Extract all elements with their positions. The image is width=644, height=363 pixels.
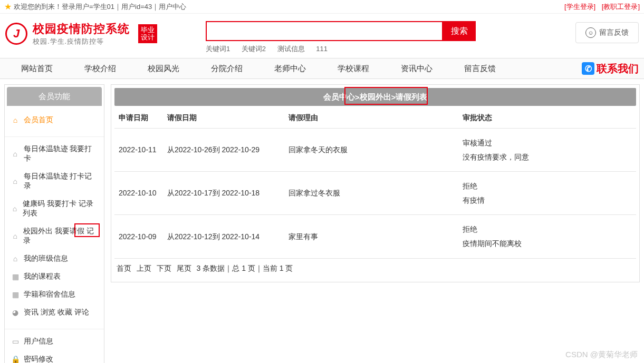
sidebar-item-leave-records[interactable]: ⌂ 校园外出 我要请假 记录 [10, 222, 99, 250]
breadcrumb-sep: > [355, 93, 360, 102]
nav-courses[interactable]: 学校课程 [322, 64, 385, 74]
pager-first[interactable]: 首页 [117, 264, 131, 272]
logo-icon: J [5, 23, 27, 45]
site-title: 校园疫情防控系统 [33, 21, 130, 37]
sidebar-item-student-dorm[interactable]: ▦ 学籍和宿舍信息 [10, 286, 99, 303]
grid-icon: ▦ [11, 290, 20, 299]
sidebar-item-health-code[interactable]: ⌂ 健康码 我要打卡 记录列表 [10, 195, 99, 222]
sidebar-item-label: 每日体温轨迹 我要打卡 [24, 144, 98, 163]
headset-icon: ☺ [585, 27, 596, 38]
cell-range: 从2022-10-17到 2022-10-18 [163, 172, 284, 215]
cell-status: 拒绝 有疫情 [458, 172, 636, 215]
nav-home[interactable]: 网站首页 [5, 64, 69, 74]
sidebar-title: 会员功能 [7, 87, 102, 106]
main-area: 会员功能 ⌂ 会员首页 ⌂ 每日体温轨迹 我要打卡 ⌂ 每日体温轨迹 打卡记录 … [0, 79, 644, 363]
sidebar-item-password[interactable]: 🔒 密码修改 [10, 350, 99, 363]
keyword-link[interactable]: 关键词2 [242, 45, 266, 53]
house-icon: ⌂ [11, 254, 20, 263]
status-line1: 拒绝 [463, 222, 632, 237]
sidebar-item-label: 我的课程表 [24, 272, 61, 281]
cell-apply: 2022-10-10 [114, 172, 163, 215]
pagination: 首页 上页 下页 尾页 3 条数据｜总 1 页｜当前 1 页 [114, 259, 636, 279]
th-status: 审批状态 [458, 108, 636, 129]
sidebar-item-news-browse[interactable]: ◕ 资讯 浏览 收藏 评论 [10, 303, 99, 321]
cell-apply: 2022-10-11 [114, 129, 163, 172]
sidebar-item-schedule[interactable]: ▦ 我的课程表 [10, 268, 99, 286]
student-login-link[interactable]: [学生登录] [564, 3, 595, 11]
sidebar-item-member-home[interactable]: ⌂ 会员首页 [10, 111, 99, 129]
nav-campus-scenery[interactable]: 校园风光 [132, 64, 195, 74]
sidebar: 会员功能 ⌂ 会员首页 ⌂ 每日体温轨迹 我要打卡 ⌂ 每日体温轨迹 打卡记录 … [4, 84, 104, 363]
keyword-link[interactable]: 关键词1 [206, 45, 230, 53]
status-line2: 疫情期间不能离校 [463, 237, 632, 251]
top-right-links: [学生登录] [教职工登录] [560, 2, 640, 12]
table-row: 2022-10-09 从2022-10-12到 2022-10-14 家里有事 … [114, 215, 636, 258]
status-line1: 拒绝 [463, 179, 632, 193]
header: J 校园疫情防控系统 校园.学生.疫情防控等 毕业 设计 搜索 关键词1 关键词… [0, 14, 644, 58]
main-nav: 网站首页 学校介绍 校园风光 分院介绍 老师中心 学校课程 资讯中心 留言反馈 … [0, 58, 644, 79]
keyword-link[interactable]: 111 [316, 45, 328, 53]
pager-prev[interactable]: 上页 [137, 264, 151, 272]
nav-branch-intro[interactable]: 分院介绍 [195, 64, 258, 74]
logo-text: 校园疫情防控系统 校园.学生.疫情防控等 [33, 21, 130, 46]
logo-block: J 校园疫情防控系统 校园.学生.疫情防控等 毕业 设计 [5, 21, 179, 46]
cell-status: 拒绝 疫情期间不能离校 [458, 215, 636, 258]
cell-status: 审核通过 没有疫情要求，同意 [458, 129, 636, 172]
sidebar-item-temp-checkin[interactable]: ⌂ 每日体温轨迹 我要打卡 [10, 140, 99, 168]
cell-apply: 2022-10-09 [114, 215, 163, 258]
pager-last[interactable]: 尾页 [177, 264, 191, 272]
sidebar-item-label: 会员首页 [24, 115, 53, 125]
sidebar-item-label: 每日体温轨迹 打卡记录 [24, 172, 98, 191]
sidebar-item-class-info[interactable]: ⌂ 我的班级信息 [10, 250, 99, 268]
welcome-text: ★ 欢迎您的到来！登录用户=学生01｜用户id=43｜用户中心 [4, 2, 186, 12]
th-apply-date: 申请日期 [114, 108, 163, 129]
th-leave-date: 请假日期 [163, 108, 284, 129]
cell-range: 从2022-10-26到 2022-10-29 [163, 129, 284, 172]
sidebar-item-label: 学籍和宿舍信息 [24, 290, 75, 299]
feedback-label: 留言反馈 [599, 28, 629, 37]
house-icon: ⌂ [11, 177, 20, 185]
breadcrumb-sep: > [391, 93, 396, 102]
contact-label: 联系我们 [597, 62, 639, 76]
phone-icon: ✆ [582, 62, 594, 75]
leave-table: 申请日期 请假日期 请假理由 审批状态 2022-10-11 从2022-10-… [114, 108, 636, 259]
nav-news[interactable]: 资讯中心 [385, 64, 448, 74]
feedback-button[interactable]: ☺ 留言反馈 [575, 22, 639, 43]
pager-summary: 3 条数据｜总 1 页｜当前 1 页 [197, 264, 293, 272]
status-line1: 审核通过 [463, 136, 632, 150]
th-reason: 请假理由 [284, 108, 458, 129]
pager-next[interactable]: 下页 [157, 264, 171, 272]
nav-school-intro[interactable]: 学校介绍 [69, 64, 132, 74]
card-icon: ▭ [11, 337, 20, 346]
nav-teacher-center[interactable]: 老师中心 [258, 64, 322, 74]
house-icon: ⌂ [11, 150, 20, 158]
sidebar-item-label: 用户信息 [24, 337, 53, 346]
staff-login-link[interactable]: [教职工登录] [602, 3, 640, 11]
breadcrumb-a[interactable]: 会员中心 [323, 92, 355, 102]
cell-reason: 回家拿冬天的衣服 [284, 129, 458, 172]
sidebar-item-label: 我的班级信息 [24, 254, 68, 263]
nav-feedback[interactable]: 留言反馈 [448, 64, 512, 74]
table-header-row: 申请日期 请假日期 请假理由 审批状态 [114, 108, 636, 129]
nav-contact[interactable]: ✆ 联系我们 [582, 62, 639, 76]
badge-line1: 毕业 [141, 26, 155, 34]
status-line2: 有疫情 [463, 193, 632, 208]
grid-icon: ▦ [11, 272, 20, 281]
sidebar-item-user-info[interactable]: ▭ 用户信息 [10, 332, 99, 350]
content-panel: 会员中心 > 校园外出 > 请假列表 申请日期 请假日期 请假理由 审批状态 2… [111, 84, 640, 282]
sidebar-item-temp-records[interactable]: ⌂ 每日体温轨迹 打卡记录 [10, 168, 99, 195]
search-keywords: 关键词1 关键词2 测试信息 111 [206, 44, 554, 54]
house-icon: ⌂ [11, 232, 19, 240]
breadcrumb-b[interactable]: 校园外出 [360, 92, 391, 102]
breadcrumb-c[interactable]: 请假列表 [396, 92, 427, 102]
top-bar: ★ 欢迎您的到来！登录用户=学生01｜用户id=43｜用户中心 [学生登录] [… [0, 0, 644, 14]
search-button[interactable]: 搜索 [443, 21, 476, 41]
search-block: 搜索 关键词1 关键词2 测试信息 111 [179, 21, 554, 54]
clock-icon: ◕ [11, 308, 20, 317]
home-icon: ⌂ [11, 116, 20, 124]
house-icon: ⌂ [11, 204, 18, 213]
keyword-link[interactable]: 测试信息 [277, 45, 305, 53]
search-input[interactable] [206, 21, 443, 41]
badge-line2: 设计 [141, 34, 155, 41]
site-subtitle: 校园.学生.疫情防控等 [33, 37, 130, 46]
